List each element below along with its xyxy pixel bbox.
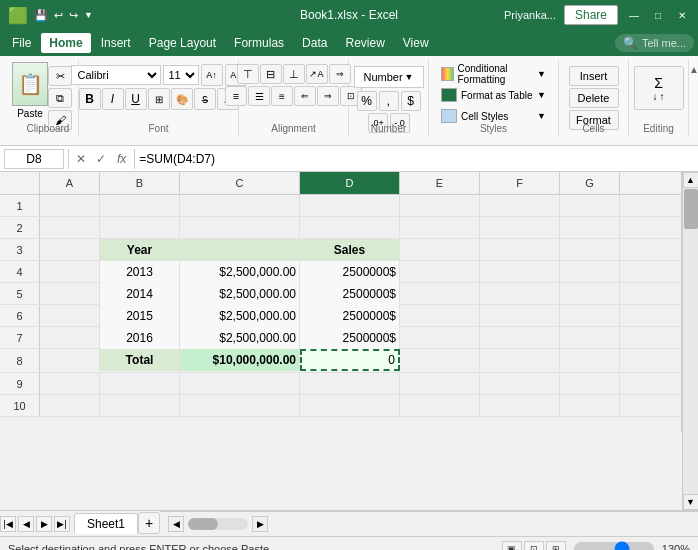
last-sheet-button[interactable]: ▶|: [54, 516, 70, 532]
menu-item-page-layout[interactable]: Page Layout: [141, 33, 224, 53]
cell-e1[interactable]: [400, 195, 480, 217]
cell-d10[interactable]: [300, 395, 400, 417]
cell-d6[interactable]: 2500000$: [300, 305, 400, 327]
comma-button[interactable]: ,: [379, 91, 399, 111]
cell-f3[interactable]: [480, 239, 560, 261]
cell-b1[interactable]: [100, 195, 180, 217]
cell-c1[interactable]: [180, 195, 300, 217]
cell-a4[interactable]: [40, 261, 100, 283]
font-name-select[interactable]: Calibri: [71, 65, 161, 85]
format-as-table-button[interactable]: Format as Table ▼: [435, 85, 552, 105]
cell-c3[interactable]: [180, 239, 300, 261]
scroll-up-button[interactable]: ▲: [683, 172, 699, 188]
strikethrough-button[interactable]: S̶: [194, 88, 216, 110]
user-name[interactable]: Priyanka...: [504, 9, 556, 21]
cell-c10[interactable]: [180, 395, 300, 417]
font-size-select[interactable]: 11: [163, 65, 199, 85]
cell-g5[interactable]: [560, 283, 620, 305]
cell-b2[interactable]: [100, 217, 180, 239]
menu-item-file[interactable]: File: [4, 33, 39, 53]
cut-button[interactable]: ✂: [48, 66, 72, 86]
minimize-button[interactable]: —: [626, 7, 642, 23]
cell-b9[interactable]: [100, 373, 180, 395]
col-header-e[interactable]: E: [400, 172, 480, 194]
ribbon-expand[interactable]: ▲: [689, 60, 698, 75]
cell-b8[interactable]: Total: [100, 349, 180, 371]
cell-c7[interactable]: $2,500,000.00: [180, 327, 300, 349]
format-as-table-dropdown[interactable]: ▼: [537, 90, 546, 100]
quick-access-save[interactable]: 💾: [34, 9, 48, 22]
cell-f9[interactable]: [480, 373, 560, 395]
cell-c8[interactable]: $10,000,000.00: [180, 349, 300, 371]
italic-button[interactable]: I: [102, 88, 124, 110]
editing-button[interactable]: Σ ↓↑: [634, 66, 684, 110]
cell-e4[interactable]: [400, 261, 480, 283]
currency-button[interactable]: $: [401, 91, 421, 111]
percent-button[interactable]: %: [357, 91, 377, 111]
decrease-indent-button[interactable]: ⇐: [294, 86, 316, 106]
cell-g8[interactable]: [560, 349, 620, 371]
row-header-7[interactable]: 7: [0, 327, 40, 348]
cell-b4[interactable]: 2013: [100, 261, 180, 283]
insert-button[interactable]: Insert: [569, 66, 619, 86]
row-header-1[interactable]: 1: [0, 195, 40, 216]
align-left-button[interactable]: ≡: [225, 86, 247, 106]
maximize-button[interactable]: □: [650, 7, 666, 23]
cell-c5[interactable]: $2,500,000.00: [180, 283, 300, 305]
quick-access-dropdown[interactable]: ▼: [84, 10, 93, 20]
cell-a2[interactable]: [40, 217, 100, 239]
cell-a8[interactable]: [40, 349, 100, 371]
cell-d5[interactable]: 2500000$: [300, 283, 400, 305]
cell-g9[interactable]: [560, 373, 620, 395]
wrap-text-button[interactable]: ⇒: [329, 64, 351, 84]
corner-cell[interactable]: [0, 172, 40, 194]
row-header-10[interactable]: 10: [0, 395, 40, 416]
cell-a7[interactable]: [40, 327, 100, 349]
delete-button[interactable]: Delete: [569, 88, 619, 108]
h-scroll-thumb[interactable]: [188, 518, 218, 530]
align-center-button[interactable]: ☰: [248, 86, 270, 106]
row-header-2[interactable]: 2: [0, 217, 40, 238]
cell-f8[interactable]: [480, 349, 560, 371]
bold-button[interactable]: B: [79, 88, 101, 110]
cell-e8[interactable]: [400, 349, 480, 371]
increase-indent-button[interactable]: ⇒: [317, 86, 339, 106]
cell-f1[interactable]: [480, 195, 560, 217]
underline-button[interactable]: U: [125, 88, 147, 110]
page-break-view-button[interactable]: ⊞: [546, 541, 566, 551]
cell-e6[interactable]: [400, 305, 480, 327]
cell-e5[interactable]: [400, 283, 480, 305]
cell-e2[interactable]: [400, 217, 480, 239]
cell-d9[interactable]: [300, 373, 400, 395]
row-header-5[interactable]: 5: [0, 283, 40, 304]
horizontal-scrollbar[interactable]: ◀ ▶: [160, 511, 698, 537]
cell-f7[interactable]: [480, 327, 560, 349]
cell-f6[interactable]: [480, 305, 560, 327]
cell-d1[interactable]: [300, 195, 400, 217]
cell-b6[interactable]: 2015: [100, 305, 180, 327]
quick-access-undo[interactable]: ↩: [54, 9, 63, 22]
scroll-thumb[interactable]: [684, 189, 698, 229]
col-header-f[interactable]: F: [480, 172, 560, 194]
menu-item-data[interactable]: Data: [294, 33, 335, 53]
cell-e10[interactable]: [400, 395, 480, 417]
cell-f5[interactable]: [480, 283, 560, 305]
cancel-formula-button[interactable]: ✕: [73, 152, 89, 166]
row-header-8[interactable]: 8: [0, 349, 40, 372]
align-top-button[interactable]: ⊤: [237, 64, 259, 84]
cell-e9[interactable]: [400, 373, 480, 395]
scroll-right-button[interactable]: ▶: [252, 516, 268, 532]
h-scroll-track[interactable]: [188, 518, 248, 530]
cell-d2[interactable]: [300, 217, 400, 239]
menu-item-review[interactable]: Review: [337, 33, 392, 53]
cell-a10[interactable]: [40, 395, 100, 417]
cell-e7[interactable]: [400, 327, 480, 349]
align-right-button[interactable]: ≡: [271, 86, 293, 106]
copy-button[interactable]: ⧉: [48, 88, 72, 108]
row-header-9[interactable]: 9: [0, 373, 40, 394]
cell-c9[interactable]: [180, 373, 300, 395]
cell-a5[interactable]: [40, 283, 100, 305]
cell-d7[interactable]: 2500000$: [300, 327, 400, 349]
cell-f10[interactable]: [480, 395, 560, 417]
cell-b7[interactable]: 2016: [100, 327, 180, 349]
